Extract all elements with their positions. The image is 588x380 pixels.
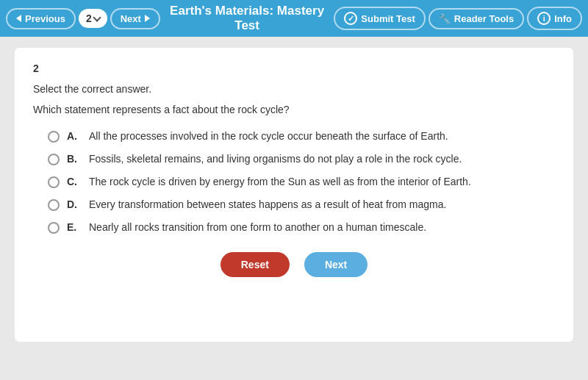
wrench-icon: 🔧 xyxy=(439,13,451,24)
navigation-bar: Previous 2 Next Earth's Materials: Maste… xyxy=(0,0,588,37)
answer-option-e[interactable]: E. Nearly all rocks transition from one … xyxy=(48,221,555,234)
option-text-b: Fossils, skeletal remains, and living or… xyxy=(89,153,462,165)
option-label-c: C. xyxy=(67,176,82,187)
arrow-right-icon xyxy=(145,15,150,22)
option-label-a: A. xyxy=(67,130,82,142)
radio-d[interactable] xyxy=(48,199,60,211)
submit-label: Submit Test xyxy=(361,13,415,24)
nav-right-group: ✓ Submit Test 🔧 Reader Tools i Info xyxy=(334,7,582,30)
question-number: 2 xyxy=(33,62,555,74)
question-instruction: Select the correct answer. xyxy=(33,83,555,95)
radio-c[interactable] xyxy=(48,176,60,188)
previous-label: Previous xyxy=(25,13,65,24)
option-label-b: B. xyxy=(67,153,82,165)
submit-test-button[interactable]: ✓ Submit Test xyxy=(334,7,425,30)
answer-option-c[interactable]: C. The rock cycle is driven by energy fr… xyxy=(48,176,555,188)
question-card: 2 Select the correct answer. Which state… xyxy=(15,48,573,342)
next-button-bottom[interactable]: Next xyxy=(304,252,368,277)
content-area: 2 Select the correct answer. Which state… xyxy=(0,37,588,364)
arrow-left-icon xyxy=(16,15,21,22)
option-label-d: D. xyxy=(67,198,82,210)
info-button[interactable]: i Info xyxy=(527,7,582,30)
previous-button[interactable]: Previous xyxy=(6,8,76,29)
option-text-e: Nearly all rocks transition from one for… xyxy=(89,221,426,233)
option-text-a: All the processes involved in the rock c… xyxy=(89,130,448,142)
question-text: Which statement represents a fact about … xyxy=(33,104,555,115)
current-question-number: 2 xyxy=(86,12,92,24)
checkmark-icon: ✓ xyxy=(344,12,357,25)
answer-option-a[interactable]: A. All the processes involved in the roc… xyxy=(48,130,555,143)
radio-a[interactable] xyxy=(48,131,60,143)
next-label-top: Next xyxy=(121,13,141,24)
test-title: Earth's Materials: Mastery Test xyxy=(163,4,331,33)
chevron-down-icon xyxy=(93,13,101,21)
reset-button[interactable]: Reset xyxy=(220,252,290,277)
radio-e[interactable] xyxy=(48,222,60,234)
option-label-e: E. xyxy=(67,221,82,233)
radio-b[interactable] xyxy=(48,154,60,165)
reader-tools-button[interactable]: 🔧 Reader Tools xyxy=(429,8,524,29)
info-icon: i xyxy=(537,12,551,25)
answer-options-list: A. All the processes involved in the roc… xyxy=(48,130,555,234)
answer-option-b[interactable]: B. Fossils, skeletal remains, and living… xyxy=(48,153,555,165)
option-text-d: Every transformation between states happ… xyxy=(89,198,446,210)
info-label: Info xyxy=(554,13,572,24)
bottom-buttons: Reset Next xyxy=(33,252,555,277)
next-button-top[interactable]: Next xyxy=(110,8,160,29)
answer-option-d[interactable]: D. Every transformation between states h… xyxy=(48,198,555,211)
option-text-c: The rock cycle is driven by energy from … xyxy=(89,176,471,187)
question-number-selector[interactable]: 2 xyxy=(79,9,107,28)
reader-tools-label: Reader Tools xyxy=(454,13,514,24)
